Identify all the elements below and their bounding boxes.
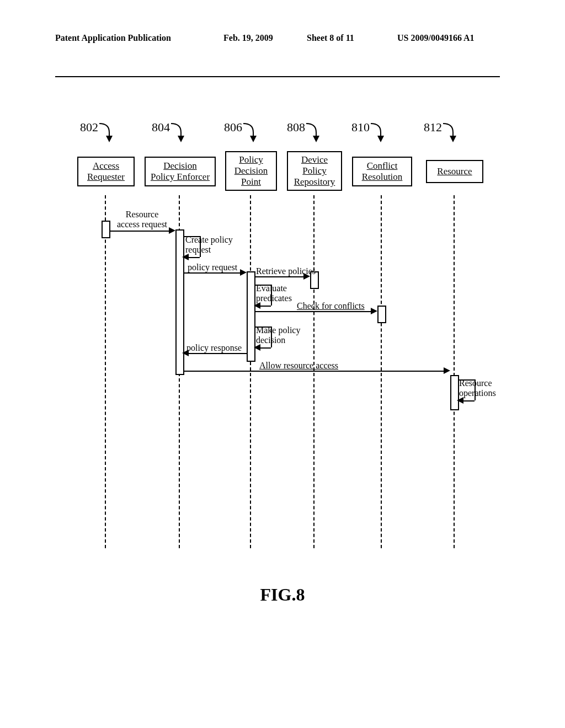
- actor-label: Decision: [234, 165, 268, 176]
- arrow-retrieve-policies: [254, 276, 303, 277]
- ref-810-pointer: [369, 121, 387, 144]
- arrowhead-icon: [457, 397, 463, 404]
- ref-804: 804: [152, 120, 170, 135]
- svg-marker-2: [250, 136, 257, 142]
- actor-label: Conflict: [367, 160, 398, 172]
- self-return-line: [259, 347, 271, 349]
- actor-label: Device: [301, 154, 328, 165]
- ref-808: 808: [287, 120, 305, 135]
- arrowhead-icon: [254, 302, 260, 309]
- actor-label: Access: [93, 160, 119, 172]
- self-return-line: [200, 236, 201, 257]
- lifeline-policy-decision-point: [250, 195, 251, 548]
- actor-conflict-resolution: Conflict Resolution: [352, 157, 412, 186]
- self-return-line: [183, 236, 200, 237]
- msg-resource-operations: Resource operations: [459, 378, 496, 398]
- actor-decision-policy-enforcer: Decision Policy Enforcer: [145, 157, 216, 186]
- svg-marker-4: [377, 136, 384, 142]
- header-rule: [55, 76, 500, 77]
- ref-808-pointer: [304, 121, 323, 144]
- header-date: Feb. 19, 2009: [223, 33, 273, 43]
- self-return-line: [259, 306, 271, 307]
- msg-resource-access-request: Resource access request: [117, 210, 167, 229]
- svg-marker-1: [178, 136, 184, 142]
- lifeline-resource: [454, 195, 455, 548]
- msg-evaluate-predicates: Evaluate predicates: [256, 283, 292, 303]
- arrowhead-icon: [169, 227, 175, 234]
- actor-label: Resource: [437, 166, 472, 177]
- self-return-line: [271, 285, 272, 306]
- actor-label: Resolution: [362, 172, 403, 183]
- actor-resource: Resource: [426, 160, 483, 183]
- self-return-line: [254, 326, 271, 328]
- arrowhead-icon: [303, 273, 310, 280]
- ref-802-pointer: [97, 121, 116, 144]
- actor-access-requester: Access Requester: [77, 157, 135, 186]
- msg-policy-response: policy response: [186, 343, 242, 353]
- arrowhead-icon: [182, 350, 189, 356]
- activation-access-requester: [102, 221, 110, 238]
- ref-804-pointer: [169, 121, 188, 144]
- header-pubno: US 2009/0049166 A1: [397, 33, 475, 43]
- actor-label: Policy Enforcer: [151, 172, 210, 183]
- msg-policy-request: policy request: [188, 263, 237, 272]
- arrow-resource-access-request: [109, 231, 169, 232]
- actor-label: Requester: [87, 172, 125, 183]
- msg-check-for-conflicts: Check for conflicts: [297, 301, 365, 311]
- svg-marker-0: [106, 136, 113, 142]
- arrow-policy-response: [189, 353, 247, 354]
- arrowhead-icon: [444, 367, 450, 374]
- arrowhead-icon: [371, 308, 377, 314]
- lifeline-conflict-resolution: [381, 195, 382, 548]
- self-return-line: [188, 257, 200, 258]
- header-publication: Patent Application Publication: [55, 33, 171, 43]
- ref-810: 810: [351, 120, 370, 135]
- actor-label: Decision: [163, 160, 196, 172]
- header-sheet: Sheet 8 of 11: [307, 33, 354, 43]
- actor-label: Policy: [302, 165, 326, 176]
- self-return-line: [475, 379, 476, 400]
- figure-caption: FIG.8: [0, 585, 565, 605]
- self-return-line: [463, 400, 475, 402]
- sequence-diagram: 802 804 806 808 810 812 Access Requester…: [77, 127, 497, 546]
- actor-device-policy-repository: Device Policy Repository: [287, 151, 342, 191]
- arrowhead-icon: [182, 254, 189, 260]
- svg-marker-3: [313, 136, 319, 142]
- msg-make-policy-decision: Make policy decision: [256, 325, 300, 345]
- self-return-line: [458, 379, 475, 381]
- ref-806: 806: [224, 120, 242, 135]
- lifeline-device-policy-repository: [313, 195, 315, 548]
- self-return-line: [254, 285, 271, 286]
- arrow-check-for-conflicts: [254, 311, 371, 312]
- arrow-allow-resource-access: [183, 371, 444, 372]
- actor-label: Point: [241, 176, 261, 188]
- self-return-line: [271, 326, 272, 347]
- ref-812: 812: [424, 120, 442, 135]
- ref-812-pointer: [441, 121, 460, 144]
- msg-allow-resource-access: Allow resource access: [259, 361, 338, 371]
- arrowhead-icon: [240, 269, 247, 276]
- lifeline-access-requester: [105, 195, 106, 548]
- ref-806-pointer: [241, 121, 260, 144]
- actor-policy-decision-point: Policy Decision Point: [225, 151, 277, 191]
- arrow-policy-request: [183, 272, 240, 274]
- ref-802: 802: [80, 120, 98, 135]
- arrowhead-icon: [254, 344, 260, 351]
- activation-conflict-resolution: [377, 306, 386, 323]
- msg-create-policy-request: Create policy request: [185, 235, 233, 254]
- actor-label: Policy: [239, 154, 263, 165]
- actor-label: Repository: [294, 176, 335, 188]
- svg-marker-5: [450, 136, 456, 142]
